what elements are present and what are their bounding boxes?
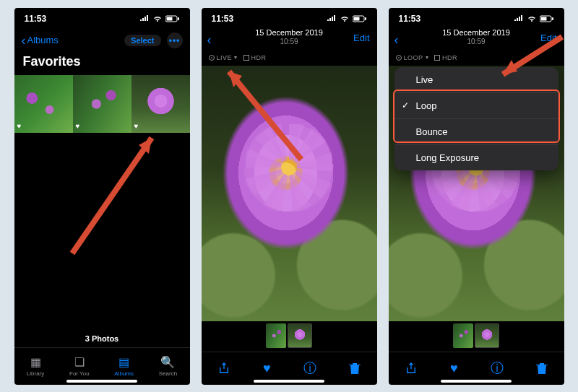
screenshot-favorites: 11:53 Albums Select ••• Favorites ♥ ♥ ♥ — [14, 8, 190, 385]
home-indicator[interactable] — [254, 380, 324, 383]
svg-rect-7 — [365, 17, 366, 20]
back-to-albums[interactable]: Albums — [22, 34, 59, 47]
favorite-icon: ♥ — [134, 122, 139, 130]
tab-library[interactable]: ▦ Library — [27, 355, 44, 377]
trash-icon — [349, 362, 361, 375]
status-indicators — [327, 15, 367, 22]
live-photo-badge[interactable]: LIVE ▾ — [209, 54, 238, 61]
share-button[interactable] — [405, 362, 418, 375]
more-button[interactable]: ••• — [167, 32, 183, 48]
tab-search[interactable]: 🔍 Search — [159, 355, 177, 377]
chevron-left-icon — [22, 34, 26, 47]
hdr-badge: HDR — [434, 54, 457, 61]
share-icon — [217, 362, 230, 375]
edit-button[interactable]: Edit — [353, 32, 369, 43]
badge-row: LOOP ▾ HDR — [389, 51, 564, 66]
thumbnail-row: ♥ ♥ ♥ — [14, 75, 190, 133]
delete-button[interactable] — [536, 362, 548, 375]
nav-bar: Albums Select ••• — [14, 30, 190, 51]
favorite-button[interactable]: ♥ — [263, 361, 271, 376]
nav-actions: Select ••• — [124, 32, 182, 48]
home-indicator[interactable] — [66, 380, 137, 383]
live-effect-menu: Live Loop Bounce Long Exposure — [394, 67, 558, 170]
edit-button[interactable]: Edit — [540, 32, 556, 43]
screenshot-live-menu: 11:53 ‹ 15 December 2019 10:59 Edit LOOP… — [389, 8, 564, 385]
share-button[interactable] — [217, 362, 230, 375]
photo-count: 3 Photos — [14, 330, 190, 347]
delete-button[interactable] — [349, 362, 361, 375]
ellipsis-icon: ••• — [169, 35, 181, 45]
chevron-down-icon: ▾ — [426, 54, 429, 61]
favorite-button[interactable]: ♥ — [450, 361, 458, 376]
svg-rect-2 — [178, 17, 179, 20]
select-button[interactable]: Select — [124, 35, 160, 46]
favorite-icon: ♥ — [76, 122, 80, 130]
signal-icon — [514, 15, 524, 22]
svg-rect-11 — [540, 17, 546, 20]
filmstrip-thumb-selected[interactable] — [288, 323, 312, 348]
status-bar: 11:53 — [14, 8, 190, 30]
status-bar: 11:53 — [202, 8, 377, 30]
status-bar: 11:53 — [389, 8, 564, 30]
photo-thumbnail[interactable]: ♥ — [131, 75, 190, 133]
search-icon: 🔍 — [160, 355, 175, 369]
wifi-icon — [527, 15, 537, 22]
wifi-icon — [152, 15, 163, 22]
status-indicators — [514, 15, 554, 22]
back-label: Albums — [27, 35, 59, 45]
live-icon — [209, 55, 215, 61]
library-icon: ▦ — [30, 355, 41, 369]
filmstrip[interactable] — [202, 321, 377, 352]
status-time: 11:53 — [25, 14, 47, 24]
hdr-badge: HDR — [243, 54, 267, 61]
page-title: Favorites — [14, 51, 190, 75]
chevron-down-icon: ▾ — [234, 54, 238, 61]
menu-option-loop[interactable]: Loop — [394, 93, 558, 119]
photo-thumbnail[interactable]: ♥ — [73, 75, 131, 133]
svg-rect-12 — [552, 17, 553, 20]
info-button[interactable]: ⓘ — [491, 360, 504, 377]
svg-rect-1 — [166, 17, 172, 20]
photo-thumbnail[interactable]: ♥ — [14, 75, 73, 133]
status-time: 11:53 — [399, 14, 421, 24]
photo-time: 10:59 — [202, 38, 377, 45]
back-button[interactable]: ‹ — [207, 32, 212, 48]
wifi-icon — [340, 15, 350, 22]
foryou-icon: ❏ — [74, 355, 85, 369]
live-photo-badge[interactable]: LOOP ▾ — [396, 54, 429, 61]
hdr-icon — [243, 55, 249, 61]
signal-icon — [139, 15, 150, 22]
status-indicators — [139, 15, 180, 22]
battery-icon — [540, 15, 554, 22]
menu-option-live[interactable]: Live — [394, 67, 558, 93]
badge-row: LIVE ▾ HDR — [202, 51, 377, 66]
svg-rect-6 — [353, 17, 359, 20]
status-time: 11:53 — [212, 14, 234, 24]
info-button[interactable]: ⓘ — [303, 360, 316, 377]
filmstrip-thumb-selected[interactable] — [475, 323, 499, 348]
tab-foryou[interactable]: ❏ For You — [69, 355, 90, 377]
tab-albums[interactable]: ▤ Albums — [114, 355, 134, 377]
back-button[interactable]: ‹ — [394, 32, 399, 48]
battery-icon — [353, 15, 367, 22]
filmstrip[interactable] — [389, 321, 564, 352]
filmstrip-thumb[interactable] — [453, 323, 473, 348]
menu-option-long-exposure[interactable]: Long Exposure — [394, 145, 558, 170]
trash-icon — [536, 362, 548, 375]
photo-viewer[interactable] — [202, 66, 377, 321]
battery-icon — [165, 15, 180, 22]
signal-icon — [327, 15, 337, 22]
live-icon — [396, 55, 402, 61]
share-icon — [405, 362, 418, 375]
favorite-icon: ♥ — [17, 122, 22, 130]
home-indicator[interactable] — [441, 380, 512, 383]
hdr-icon — [434, 55, 440, 61]
photo-time: 10:59 — [389, 38, 564, 45]
screenshot-photo-detail: 11:53 ‹ 15 December 2019 10:59 Edit LIVE… — [202, 8, 377, 385]
menu-option-bounce[interactable]: Bounce — [394, 119, 558, 145]
albums-icon: ▤ — [118, 355, 129, 369]
filmstrip-thumb[interactable] — [266, 323, 286, 348]
